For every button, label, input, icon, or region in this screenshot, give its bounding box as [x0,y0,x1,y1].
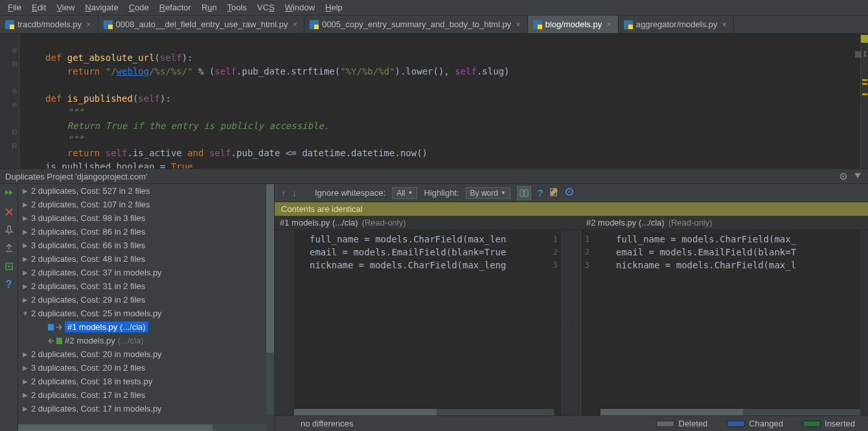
close-icon[interactable]: × [291,19,299,29]
send-icon[interactable] [3,261,15,272]
gear-icon[interactable] [565,187,574,198]
code-area[interactable]: def get_absolute_url(self): return "/web… [19,34,860,169]
menu-navigate[interactable]: Navigate [80,1,123,14]
close-icon[interactable] [3,206,15,218]
tree-row[interactable]: ▶2 duplicates, Cost: 20 in models.py [18,347,274,361]
tree-row[interactable]: ▶3 duplicates, Cost: 66 in 3 files [18,239,274,252]
prev-diff-icon[interactable]: ↑ [281,188,286,198]
duplicates-tree[interactable]: ▶2 duplicates, Cost: 527 in 2 files▶2 du… [18,184,275,431]
expand-icon[interactable]: ▶ [22,378,29,385]
diff-code-right[interactable]: full_name = models.CharField(max_ email … [600,230,860,415]
menu-help[interactable]: Help [320,1,348,14]
hide-icon[interactable] [852,171,863,181]
tab-tracdb[interactable]: tracdb/models.py × [0,16,98,33]
export-icon[interactable] [3,242,15,254]
tree-row[interactable]: ▼2 duplicates, Cost: 25 in models.py [18,307,274,320]
expand-icon[interactable]: ▶ [22,242,29,249]
menu-vcs[interactable]: VCS [252,1,280,14]
menu-view[interactable]: View [51,1,80,14]
diff-code-left[interactable]: full_name = models.CharField(max_len ema… [294,230,542,415]
tab-label: blog/models.py [545,19,602,29]
tab-aggregator[interactable]: aggregator/models.py × [619,16,734,33]
expand-icon[interactable]: ▶ [22,351,29,358]
expand-icon[interactable]: ▶ [22,269,29,276]
gear-icon[interactable] [838,171,849,181]
expand-icon[interactable]: ▶ [22,228,29,235]
highlight-select[interactable]: By word▼ [466,187,510,199]
help-icon[interactable]: ? [3,279,15,290]
menu-run[interactable]: Run [196,1,222,14]
tree-row[interactable]: ▶2 duplicates, Cost: 37 in models.py [18,266,274,279]
diff-toolbar: ↑ ↓ Ignore whitespace: All▼ Highlight: B… [275,184,868,202]
tree-row[interactable]: ▶2 duplicates, Cost: 17 in models.py [18,402,274,415]
tree-row[interactable]: ▶3 duplicates, Cost: 20 in 2 files [18,361,274,375]
expand-icon[interactable]: ▶ [22,255,29,262]
tree-row-label: 2 duplicates, Cost: 107 in 2 files [31,200,150,209]
tree-row-label: 2 duplicates, Cost: 527 in 2 files [31,186,150,196]
tab-0005[interactable]: 0005_copy_entry_summary_and_body_to_html… [304,16,528,33]
diff-splitter[interactable]: ⋮⋮ [562,230,581,415]
diff-pane-left[interactable]: full_name = models.CharField(max_len ema… [275,230,562,415]
pin-icon[interactable] [3,224,15,236]
vertical-scrollbar[interactable] [266,184,274,415]
horizontal-scrollbar[interactable] [18,425,266,431]
rerun-icon[interactable] [3,188,15,200]
tree-row[interactable]: ▶2 duplicates, Cost: 31 in 2 files [18,279,274,293]
tree-row[interactable]: ▶2 duplicates, Cost: 29 in 2 files [18,293,274,307]
panel-toolbar: ? [0,184,18,431]
tree-row[interactable]: ▶2 duplicates, Cost: 48 in 2 files [18,252,274,266]
menu-window[interactable]: Window [280,1,320,14]
expand-icon[interactable]: ▼ [22,310,29,317]
tree-row[interactable]: ▶2 duplicates, Cost: 18 in tests.py [18,375,274,388]
tree-row-label: 3 duplicates, Cost: 98 in 3 files [31,213,145,223]
line-numbers: 123 [542,230,562,415]
sync-scroll-icon[interactable] [517,186,531,200]
diff-pane-right[interactable]: 123 full_name = models.CharField(max_ em… [581,230,868,415]
expand-icon[interactable]: ▶ [22,283,29,290]
expand-icon[interactable]: ▶ [22,201,29,208]
ignore-ws-label: Ignore whitespace: [315,188,385,198]
tab-label: aggregator/models.py [636,19,718,29]
close-icon[interactable]: × [721,19,729,29]
tab-0008[interactable]: 0008_auto__del_field_entry_use_raw_html.… [98,16,305,33]
tree-row-label: 2 duplicates, Cost: 20 in models.py [31,349,162,359]
expand-icon[interactable]: ▶ [22,215,29,222]
identical-banner: Contents are identical [275,202,868,216]
ignore-ws-select[interactable]: All▼ [392,187,417,199]
tree-row-label: 2 duplicates, Cost: 25 in models.py [31,309,162,318]
help-icon[interactable]: ? [538,188,543,198]
error-stripe[interactable]: 1 [860,34,868,169]
tab-label: 0005_copy_entry_summary_and_body_to_html… [322,19,511,29]
menu-tools[interactable]: Tools [222,1,252,14]
next-diff-icon[interactable]: ↓ [292,188,297,198]
horizontal-scrollbar[interactable] [600,409,860,415]
expand-icon[interactable]: ▶ [22,391,29,399]
tree-row[interactable]: ▶2 duplicates, Cost: 107 in 2 files [18,198,274,211]
close-icon[interactable]: × [85,19,93,29]
horizontal-scrollbar[interactable] [294,409,554,415]
tree-child-selected[interactable]: #1 models.py (.../cla) [18,320,274,334]
close-icon[interactable]: × [605,19,613,29]
tree-child[interactable]: #2 models.py (.../cla) [18,334,274,347]
workspace-badge[interactable]: 1 [854,49,868,59]
gutter[interactable]: ⊖ ⊟ ⊖ ⊖ ⊟ ⊟ [0,34,19,169]
tree-row[interactable]: ▶2 duplicates, Cost: 17 in 2 files [18,388,274,402]
menu-file[interactable]: File [3,1,27,14]
expand-icon[interactable]: ▶ [22,405,29,412]
expand-icon[interactable]: ▶ [22,364,29,371]
tree-row[interactable]: ▶2 duplicates, Cost: 527 in 2 files [18,184,274,198]
expand-icon[interactable]: ▶ [22,296,29,303]
expand-icon[interactable]: ▶ [22,187,29,194]
inspection-indicator-icon[interactable] [861,35,868,43]
menu-edit[interactable]: Edit [27,1,51,14]
tab-blog[interactable]: blog/models.py × [528,16,619,33]
error-stripe[interactable] [860,230,868,415]
tree-row[interactable]: ▶3 duplicates, Cost: 98 in 3 files [18,211,274,225]
menu-refactor[interactable]: Refactor [154,1,196,14]
editor-tabs: tracdb/models.py × 0008_auto__del_field_… [0,16,868,34]
menu-code[interactable]: Code [124,1,154,14]
svg-rect-14 [48,324,54,331]
tree-row[interactable]: ▶2 duplicates, Cost: 86 in 2 files [18,225,274,239]
edit-source-icon[interactable] [549,187,558,198]
close-icon[interactable]: × [514,19,522,29]
